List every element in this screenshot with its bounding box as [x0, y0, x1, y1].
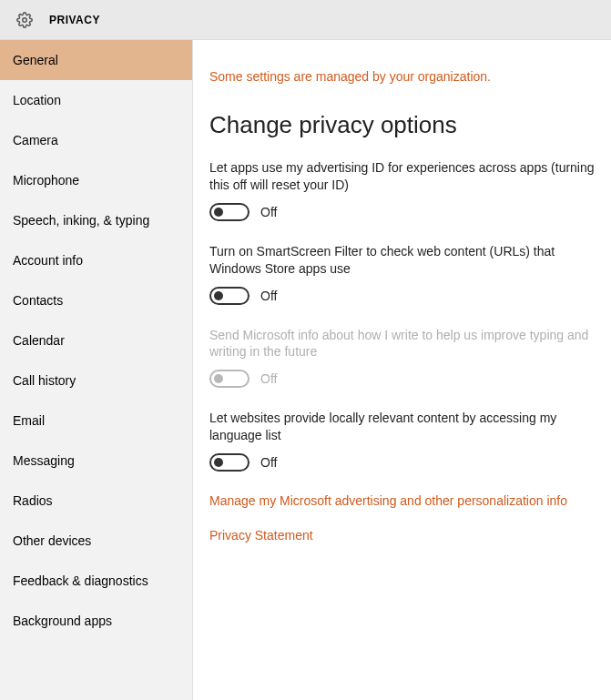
toggle-switch[interactable] — [209, 287, 249, 305]
setting-1: Turn on SmartScreen Filter to check web … — [209, 243, 596, 305]
link-privacy-statement[interactable]: Privacy Statement — [209, 528, 596, 543]
sidebar-item-microphone[interactable]: Microphone — [0, 160, 192, 200]
gear-icon — [16, 12, 33, 28]
toggle-state-label: Off — [260, 205, 277, 219]
sidebar-item-radios[interactable]: Radios — [0, 481, 192, 521]
section-heading: Change privacy options — [209, 111, 596, 139]
svg-point-0 — [23, 17, 27, 22]
toggle-row: Off — [209, 287, 596, 305]
setting-label: Let websites provide locally relevant co… — [209, 410, 596, 444]
setting-0: Let apps use my advertising ID for exper… — [209, 159, 596, 221]
toggle-state-label: Off — [260, 371, 277, 386]
toggle-state-label: Off — [260, 455, 277, 470]
toggle-row: Off — [209, 370, 596, 388]
toggle-switch[interactable] — [209, 453, 249, 472]
toggle-row: Off — [209, 203, 596, 221]
sidebar-item-other-devices[interactable]: Other devices — [0, 521, 192, 561]
sidebar-item-speech-inking-typing[interactable]: Speech, inking, & typing — [0, 200, 192, 240]
sidebar-item-contacts[interactable]: Contacts — [0, 280, 192, 320]
setting-2: Send Microsoft info about how I write to… — [209, 327, 596, 389]
toggle-row: Off — [209, 453, 596, 472]
sidebar-item-messaging[interactable]: Messaging — [0, 441, 192, 481]
main-content: Some settings are managed by your organi… — [193, 40, 611, 700]
setting-label: Let apps use my advertising ID for exper… — [209, 159, 596, 194]
sidebar-item-calendar[interactable]: Calendar — [0, 320, 192, 360]
toggle-switch — [209, 370, 249, 388]
link-manage-my-microsoft-advertising-and-other-personalization-info[interactable]: Manage my Microsoft advertising and othe… — [209, 493, 596, 508]
sidebar-item-call-history[interactable]: Call history — [0, 360, 192, 401]
sidebar: GeneralLocationCameraMicrophoneSpeech, i… — [0, 40, 193, 700]
sidebar-item-camera[interactable]: Camera — [0, 120, 192, 160]
toggle-knob — [214, 458, 223, 467]
setting-3: Let websites provide locally relevant co… — [209, 410, 596, 472]
page-title: PRIVACY — [49, 14, 100, 26]
sidebar-item-account-info[interactable]: Account info — [0, 240, 192, 280]
sidebar-item-location[interactable]: Location — [0, 80, 192, 120]
sidebar-item-feedback-diagnostics[interactable]: Feedback & diagnostics — [0, 561, 192, 601]
sidebar-item-background-apps[interactable]: Background apps — [0, 601, 192, 641]
sidebar-item-general[interactable]: General — [0, 40, 192, 80]
org-managed-message: Some settings are managed by your organi… — [209, 69, 596, 84]
setting-label: Turn on SmartScreen Filter to check web … — [209, 243, 596, 278]
toggle-switch[interactable] — [209, 203, 249, 221]
toggle-knob — [214, 374, 223, 383]
setting-label: Send Microsoft info about how I write to… — [209, 327, 596, 361]
sidebar-item-email[interactable]: Email — [0, 401, 192, 441]
header: PRIVACY — [0, 0, 611, 40]
toggle-knob — [214, 291, 223, 300]
toggle-state-label: Off — [260, 289, 277, 303]
toggle-knob — [214, 208, 223, 217]
